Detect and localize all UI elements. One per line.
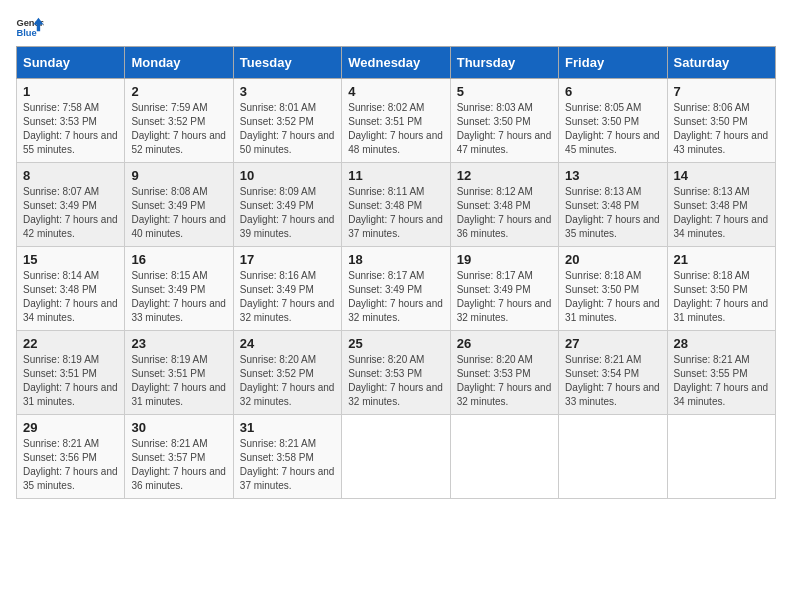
header-cell-tuesday: Tuesday: [233, 47, 341, 79]
day-number: 14: [674, 168, 769, 183]
calendar-cell: 11Sunrise: 8:11 AMSunset: 3:48 PMDayligh…: [342, 163, 450, 247]
day-number: 8: [23, 168, 118, 183]
day-detail: Sunrise: 8:19 AMSunset: 3:51 PMDaylight:…: [131, 353, 226, 409]
day-number: 25: [348, 336, 443, 351]
calendar-cell: 25Sunrise: 8:20 AMSunset: 3:53 PMDayligh…: [342, 331, 450, 415]
day-number: 5: [457, 84, 552, 99]
day-number: 16: [131, 252, 226, 267]
calendar-week-row: 29Sunrise: 8:21 AMSunset: 3:56 PMDayligh…: [17, 415, 776, 499]
header-cell-saturday: Saturday: [667, 47, 775, 79]
day-number: 17: [240, 252, 335, 267]
day-detail: Sunrise: 8:13 AMSunset: 3:48 PMDaylight:…: [674, 185, 769, 241]
calendar-cell: 23Sunrise: 8:19 AMSunset: 3:51 PMDayligh…: [125, 331, 233, 415]
day-detail: Sunrise: 8:13 AMSunset: 3:48 PMDaylight:…: [565, 185, 660, 241]
calendar-cell: 21Sunrise: 8:18 AMSunset: 3:50 PMDayligh…: [667, 247, 775, 331]
day-detail: Sunrise: 8:11 AMSunset: 3:48 PMDaylight:…: [348, 185, 443, 241]
day-detail: Sunrise: 8:18 AMSunset: 3:50 PMDaylight:…: [565, 269, 660, 325]
day-detail: Sunrise: 8:07 AMSunset: 3:49 PMDaylight:…: [23, 185, 118, 241]
day-number: 15: [23, 252, 118, 267]
calendar-cell: 27Sunrise: 8:21 AMSunset: 3:54 PMDayligh…: [559, 331, 667, 415]
day-number: 7: [674, 84, 769, 99]
day-detail: Sunrise: 8:21 AMSunset: 3:57 PMDaylight:…: [131, 437, 226, 493]
day-detail: Sunrise: 8:17 AMSunset: 3:49 PMDaylight:…: [457, 269, 552, 325]
calendar-cell: [342, 415, 450, 499]
calendar-cell: 30Sunrise: 8:21 AMSunset: 3:57 PMDayligh…: [125, 415, 233, 499]
calendar-cell: 8Sunrise: 8:07 AMSunset: 3:49 PMDaylight…: [17, 163, 125, 247]
calendar-cell: 16Sunrise: 8:15 AMSunset: 3:49 PMDayligh…: [125, 247, 233, 331]
day-detail: Sunrise: 8:12 AMSunset: 3:48 PMDaylight:…: [457, 185, 552, 241]
logo: General Blue: [16, 16, 44, 38]
day-detail: Sunrise: 8:02 AMSunset: 3:51 PMDaylight:…: [348, 101, 443, 157]
day-detail: Sunrise: 8:21 AMSunset: 3:56 PMDaylight:…: [23, 437, 118, 493]
day-detail: Sunrise: 7:59 AMSunset: 3:52 PMDaylight:…: [131, 101, 226, 157]
day-number: 31: [240, 420, 335, 435]
header-cell-monday: Monday: [125, 47, 233, 79]
day-detail: Sunrise: 8:16 AMSunset: 3:49 PMDaylight:…: [240, 269, 335, 325]
day-number: 9: [131, 168, 226, 183]
day-number: 28: [674, 336, 769, 351]
calendar-cell: 14Sunrise: 8:13 AMSunset: 3:48 PMDayligh…: [667, 163, 775, 247]
day-number: 11: [348, 168, 443, 183]
calendar-cell: 15Sunrise: 8:14 AMSunset: 3:48 PMDayligh…: [17, 247, 125, 331]
day-number: 21: [674, 252, 769, 267]
calendar-cell: 12Sunrise: 8:12 AMSunset: 3:48 PMDayligh…: [450, 163, 558, 247]
calendar-cell: 24Sunrise: 8:20 AMSunset: 3:52 PMDayligh…: [233, 331, 341, 415]
day-number: 23: [131, 336, 226, 351]
header-cell-friday: Friday: [559, 47, 667, 79]
calendar-cell: 26Sunrise: 8:20 AMSunset: 3:53 PMDayligh…: [450, 331, 558, 415]
header-cell-wednesday: Wednesday: [342, 47, 450, 79]
day-number: 29: [23, 420, 118, 435]
calendar-cell: 2Sunrise: 7:59 AMSunset: 3:52 PMDaylight…: [125, 79, 233, 163]
calendar-cell: [450, 415, 558, 499]
day-number: 24: [240, 336, 335, 351]
day-number: 13: [565, 168, 660, 183]
calendar-cell: 1Sunrise: 7:58 AMSunset: 3:53 PMDaylight…: [17, 79, 125, 163]
svg-text:Blue: Blue: [16, 28, 36, 38]
calendar-cell: 3Sunrise: 8:01 AMSunset: 3:52 PMDaylight…: [233, 79, 341, 163]
day-detail: Sunrise: 8:15 AMSunset: 3:49 PMDaylight:…: [131, 269, 226, 325]
day-detail: Sunrise: 8:03 AMSunset: 3:50 PMDaylight:…: [457, 101, 552, 157]
calendar-cell: 31Sunrise: 8:21 AMSunset: 3:58 PMDayligh…: [233, 415, 341, 499]
day-number: 18: [348, 252, 443, 267]
day-detail: Sunrise: 7:58 AMSunset: 3:53 PMDaylight:…: [23, 101, 118, 157]
day-detail: Sunrise: 8:05 AMSunset: 3:50 PMDaylight:…: [565, 101, 660, 157]
day-number: 20: [565, 252, 660, 267]
day-number: 10: [240, 168, 335, 183]
header-cell-thursday: Thursday: [450, 47, 558, 79]
calendar-cell: 4Sunrise: 8:02 AMSunset: 3:51 PMDaylight…: [342, 79, 450, 163]
calendar-cell: 20Sunrise: 8:18 AMSunset: 3:50 PMDayligh…: [559, 247, 667, 331]
day-detail: Sunrise: 8:08 AMSunset: 3:49 PMDaylight:…: [131, 185, 226, 241]
calendar-cell: 28Sunrise: 8:21 AMSunset: 3:55 PMDayligh…: [667, 331, 775, 415]
calendar-body: 1Sunrise: 7:58 AMSunset: 3:53 PMDaylight…: [17, 79, 776, 499]
day-number: 26: [457, 336, 552, 351]
day-detail: Sunrise: 8:20 AMSunset: 3:53 PMDaylight:…: [348, 353, 443, 409]
day-number: 22: [23, 336, 118, 351]
day-number: 27: [565, 336, 660, 351]
calendar-cell: 7Sunrise: 8:06 AMSunset: 3:50 PMDaylight…: [667, 79, 775, 163]
day-detail: Sunrise: 8:21 AMSunset: 3:55 PMDaylight:…: [674, 353, 769, 409]
day-number: 30: [131, 420, 226, 435]
calendar-week-row: 1Sunrise: 7:58 AMSunset: 3:53 PMDaylight…: [17, 79, 776, 163]
calendar-cell: [667, 415, 775, 499]
day-detail: Sunrise: 8:20 AMSunset: 3:52 PMDaylight:…: [240, 353, 335, 409]
day-detail: Sunrise: 8:14 AMSunset: 3:48 PMDaylight:…: [23, 269, 118, 325]
day-detail: Sunrise: 8:17 AMSunset: 3:49 PMDaylight:…: [348, 269, 443, 325]
day-number: 3: [240, 84, 335, 99]
day-detail: Sunrise: 8:19 AMSunset: 3:51 PMDaylight:…: [23, 353, 118, 409]
calendar-cell: 10Sunrise: 8:09 AMSunset: 3:49 PMDayligh…: [233, 163, 341, 247]
calendar-cell: 5Sunrise: 8:03 AMSunset: 3:50 PMDaylight…: [450, 79, 558, 163]
calendar-cell: 19Sunrise: 8:17 AMSunset: 3:49 PMDayligh…: [450, 247, 558, 331]
calendar-cell: 6Sunrise: 8:05 AMSunset: 3:50 PMDaylight…: [559, 79, 667, 163]
day-detail: Sunrise: 8:06 AMSunset: 3:50 PMDaylight:…: [674, 101, 769, 157]
day-detail: Sunrise: 8:20 AMSunset: 3:53 PMDaylight:…: [457, 353, 552, 409]
day-number: 4: [348, 84, 443, 99]
day-detail: Sunrise: 8:09 AMSunset: 3:49 PMDaylight:…: [240, 185, 335, 241]
calendar-cell: 9Sunrise: 8:08 AMSunset: 3:49 PMDaylight…: [125, 163, 233, 247]
calendar-cell: 17Sunrise: 8:16 AMSunset: 3:49 PMDayligh…: [233, 247, 341, 331]
header: General Blue: [16, 16, 776, 38]
day-detail: Sunrise: 8:21 AMSunset: 3:58 PMDaylight:…: [240, 437, 335, 493]
calendar-cell: 22Sunrise: 8:19 AMSunset: 3:51 PMDayligh…: [17, 331, 125, 415]
day-number: 2: [131, 84, 226, 99]
calendar-week-row: 15Sunrise: 8:14 AMSunset: 3:48 PMDayligh…: [17, 247, 776, 331]
generalblue-logo-icon: General Blue: [16, 16, 44, 38]
